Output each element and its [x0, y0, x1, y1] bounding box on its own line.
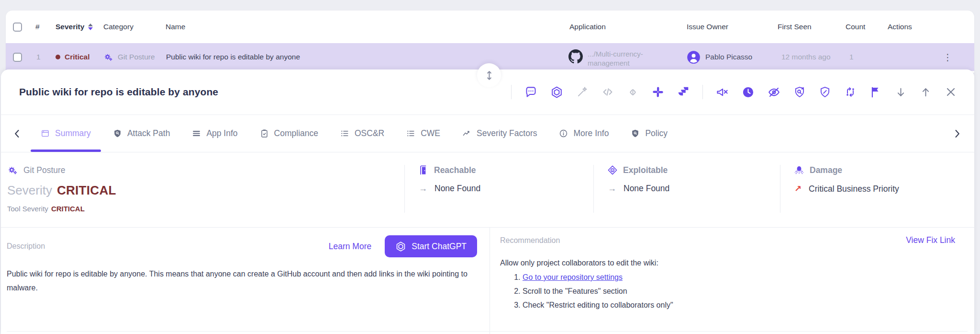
- reachable-card: Reachable → None Found: [404, 165, 593, 213]
- application-cell[interactable]: .../Multi-currency-management: [559, 46, 676, 68]
- commit-icon[interactable]: [627, 86, 639, 98]
- tool-severity-value: CRITICAL: [51, 205, 85, 213]
- issue-name[interactable]: Public wiki for repo is editable by anyo…: [162, 53, 559, 61]
- panel-title: Public wiki for repo is editable by anyo…: [19, 86, 218, 98]
- tabs-scroll-right-icon[interactable]: [951, 128, 963, 139]
- select-all-checkbox[interactable]: [13, 23, 22, 32]
- tab-summary[interactable]: Summary: [30, 115, 102, 152]
- arrow-up-right-icon: ↗: [794, 184, 802, 194]
- arrow-right-icon: →: [419, 184, 427, 194]
- flag-icon[interactable]: [869, 86, 882, 98]
- trend-icon: [462, 129, 471, 138]
- first-seen: 12 months ago: [772, 53, 839, 61]
- attack-path-shield-icon: [113, 129, 122, 138]
- select-all-cell: [6, 23, 32, 32]
- reachable-value: None Found: [434, 184, 480, 194]
- close-icon[interactable]: [945, 86, 957, 98]
- tab-oscr[interactable]: OSC&R: [329, 115, 395, 152]
- list-icon: [340, 129, 349, 138]
- bottom-divider: [7, 331, 968, 332]
- move-up-icon[interactable]: [920, 86, 932, 98]
- issue-owner-cell[interactable]: Pablo Picasso: [676, 50, 772, 64]
- category-cell: Git Posture: [100, 52, 162, 62]
- toolbar-divider: [702, 85, 703, 99]
- repository-settings-link[interactable]: Go to your repository settings: [523, 273, 623, 281]
- row-index: 1: [32, 53, 52, 61]
- tool-severity-line: Tool SeverityCRITICAL: [7, 205, 404, 213]
- description-section: Description Learn More Start ChatGPT Pub…: [1, 228, 490, 334]
- col-header-application[interactable]: Application: [559, 23, 676, 31]
- summary-strip: Git Posture SeverityCRITICAL Tool Severi…: [1, 152, 974, 228]
- issue-detail-panel: Public wiki for repo is editable by anyo…: [1, 69, 974, 334]
- comment-icon[interactable]: [524, 86, 537, 99]
- tab-more-info[interactable]: More Info: [548, 115, 620, 152]
- damage-value: Critical Business Priority: [809, 184, 899, 194]
- category-label: Git Posture: [118, 53, 155, 61]
- mute-alert-icon[interactable]: [716, 86, 729, 99]
- ignore-shield-icon[interactable]: [793, 86, 806, 98]
- start-chatgpt-button[interactable]: Start ChatGPT: [385, 235, 477, 257]
- tab-attack-path[interactable]: Attack Path: [102, 115, 181, 152]
- recommendation-label: Recommendation: [500, 236, 560, 245]
- tab-severity-factors[interactable]: Severity Factors: [451, 115, 548, 152]
- description-text: Public wiki for repo is editable by anyo…: [7, 267, 477, 295]
- magic-wand-icon[interactable]: [576, 86, 589, 98]
- snooze-clock-icon[interactable]: [742, 86, 755, 99]
- row-checkbox[interactable]: [13, 53, 22, 62]
- slack-icon[interactable]: [652, 86, 664, 98]
- resize-arrow-icon: [483, 69, 495, 81]
- exploitable-card: Exploitable → None Found: [593, 165, 780, 213]
- col-header-actions: Actions: [884, 23, 974, 31]
- col-header-severity[interactable]: Severity: [52, 23, 100, 31]
- application-name: .../Multi-currency-management: [588, 49, 663, 68]
- sort-icon[interactable]: [88, 23, 93, 30]
- kebab-menu-icon[interactable]: ⋮: [943, 53, 952, 62]
- col-header-category[interactable]: Category: [100, 23, 162, 31]
- chatgpt-icon[interactable]: [550, 86, 563, 99]
- toolbar-divider: [511, 85, 512, 99]
- git-compare-icon[interactable]: [844, 86, 857, 98]
- learn-more-link[interactable]: Learn More: [329, 242, 372, 252]
- code-icon[interactable]: [601, 86, 614, 98]
- tab-app-info[interactable]: App Info: [181, 115, 248, 152]
- arrow-right-icon: →: [608, 184, 616, 194]
- compliance-clipboard-icon: [260, 129, 269, 138]
- summary-category: Git Posture: [23, 165, 66, 175]
- chatgpt-icon: [395, 241, 406, 252]
- count-value: 1: [839, 53, 884, 61]
- hide-eye-icon[interactable]: [768, 86, 780, 99]
- damage-card: Damage ↗ Critical Business Priority: [780, 165, 974, 213]
- recommendation-section: Recommendation View Fix Link Allow only …: [490, 228, 974, 334]
- severity-summary: Git Posture SeverityCRITICAL Tool Severi…: [1, 165, 404, 213]
- move-down-icon[interactable]: [895, 86, 907, 98]
- recommendation-intro: Allow only project collaborators to edit…: [500, 257, 955, 269]
- avatar: [687, 50, 701, 64]
- col-header-issue-owner[interactable]: Issue Owner: [676, 23, 772, 31]
- exploitable-value: None Found: [624, 184, 669, 194]
- tab-policy[interactable]: Policy: [620, 115, 679, 152]
- severity-cell: Critical: [52, 53, 100, 61]
- recommendation-step: Check "Restrict editing to collaborators…: [523, 299, 955, 311]
- col-header-num[interactable]: #: [32, 23, 52, 31]
- recommendation-step: Go to your repository settings: [523, 271, 955, 284]
- description-label: Description: [7, 242, 45, 251]
- resize-drag-handle[interactable]: [477, 63, 501, 87]
- damage-burst-icon: [794, 165, 804, 175]
- severity-dot-icon: [56, 55, 60, 59]
- gears-icon: [103, 52, 113, 62]
- col-header-count[interactable]: Count: [839, 23, 884, 31]
- col-header-name[interactable]: Name: [162, 23, 559, 31]
- severity-value: CRITICAL: [57, 183, 116, 197]
- summary-card-icon: [41, 129, 50, 138]
- tab-compliance[interactable]: Compliance: [249, 115, 329, 152]
- tabs-scroll-left-icon[interactable]: [11, 128, 23, 139]
- jira-icon[interactable]: [677, 86, 690, 98]
- panel-tabs: Summary Attack Path App Info Compliance: [1, 115, 974, 152]
- gears-icon: [7, 165, 18, 176]
- reachable-door-icon: [418, 165, 429, 175]
- col-header-first-seen[interactable]: First Seen: [772, 23, 839, 31]
- override-shield-icon[interactable]: [819, 86, 831, 98]
- view-fix-link[interactable]: View Fix Link: [906, 235, 955, 245]
- row-select-cell: [6, 53, 32, 62]
- tab-cwe[interactable]: CWE: [395, 115, 451, 152]
